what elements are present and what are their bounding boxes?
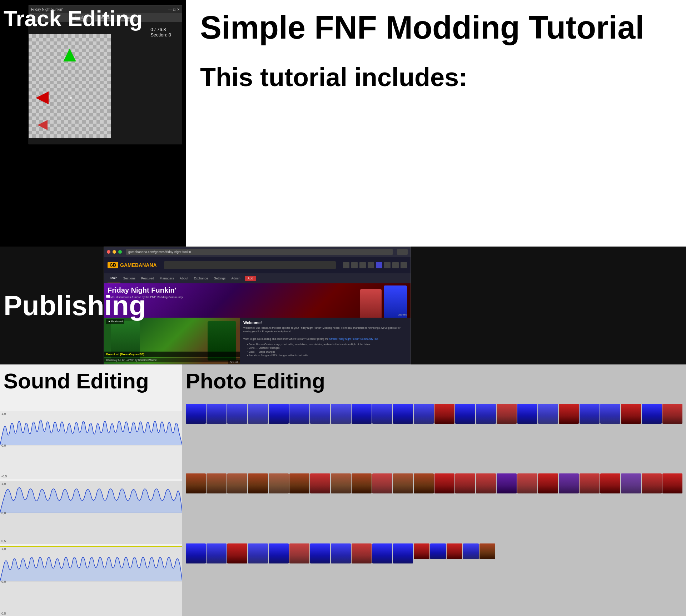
sprite-dk-3	[227, 473, 247, 493]
sprite-red-13	[580, 473, 600, 493]
gb-icon-3[interactable]	[359, 262, 366, 268]
url-text: gamebanana.com/games/friday-night-funkin	[128, 250, 191, 254]
sprite-dk-6	[289, 473, 309, 493]
sprite-bf-6	[289, 404, 309, 424]
minimize-dot[interactable]	[113, 250, 116, 254]
gb-icon-5[interactable]	[376, 262, 382, 268]
photo-editing-panel: Photo Editing	[182, 364, 686, 616]
top-section: Track Editing Friday Night Funkin' — □ ✕…	[0, 0, 686, 247]
gb-bullet-2: • Skins — Character changes	[247, 346, 407, 350]
sprite-dk-10	[414, 473, 434, 493]
gb-nav-add-btn[interactable]: Add	[245, 276, 256, 281]
main-title: Simple FNF Modding Tutorial	[200, 11, 672, 45]
sprite-red-1	[434, 404, 454, 424]
gb-icon-6[interactable]	[384, 262, 391, 268]
gb-see-all-link[interactable]: See all	[228, 360, 240, 364]
gb-header: GB GAMEBANANA	[104, 257, 411, 273]
gb-nav-about[interactable]: About	[177, 273, 191, 283]
sprite-bf-27	[393, 543, 413, 563]
sprite-bf-18	[600, 404, 620, 424]
sprite-bf-13	[455, 404, 475, 424]
track3-label-lo: 0,5	[1, 612, 6, 615]
gb-nav-admin[interactable]: Admin	[228, 273, 243, 283]
track2-label-zero: 0,0	[1, 511, 6, 515]
gb-nav-managers[interactable]: Managers	[157, 273, 177, 283]
gb-bullet-4: • Sounds — Song and SFX changes without …	[247, 354, 407, 358]
url-bar[interactable]: gamebanana.com/games/friday-night-funkin	[126, 249, 393, 255]
gb-icon-1[interactable]	[343, 262, 349, 268]
track2-label-lo: 0,5	[1, 539, 6, 543]
sprite-bf-22	[248, 543, 268, 563]
gb-welcome-title: Welcome!	[243, 321, 407, 325]
sprite-small-5	[479, 543, 495, 559]
window-minimize[interactable]: —	[168, 8, 172, 11]
sprite-bf-2	[207, 404, 227, 424]
sprite-purple-1	[497, 473, 517, 493]
sprite-red-7	[372, 473, 392, 493]
publishing-label: Publishing	[4, 292, 146, 319]
waveform-1-svg	[0, 411, 182, 479]
sprite-red-4	[621, 404, 641, 424]
gb-featured-section: ★ Featured DoomLad [DoomGuy as BF] DoomG…	[104, 318, 240, 364]
gb-icon-7[interactable]	[392, 262, 399, 268]
sprite-bf-24	[310, 543, 330, 563]
sprite-dk-5	[269, 473, 289, 493]
close-dot[interactable]	[107, 250, 110, 254]
sprite-small-4	[463, 543, 479, 559]
waveform-2-svg	[0, 481, 182, 544]
track-editing-label: Track Editing	[4, 6, 143, 31]
gb-nav-featured[interactable]: Featured	[138, 273, 157, 283]
cursor-indicator	[70, 97, 72, 99]
sprite-small-3	[447, 543, 462, 559]
waveform-track-2: 1,0 0,0 0,5	[0, 481, 182, 543]
gb-hero-characters	[296, 283, 411, 318]
sprite-red-11	[517, 473, 537, 493]
gb-icon-2[interactable]	[351, 262, 358, 268]
sprite-red-6	[310, 473, 330, 493]
gf-character	[360, 289, 382, 318]
sprite-red-16	[662, 473, 682, 493]
sprite-bf-15	[517, 404, 537, 424]
sprite-dk-1	[186, 473, 206, 493]
waveform-container: 1,0 0,0 -0,5 1,0 0,0 0,5	[0, 364, 182, 616]
sprite-bf-11	[393, 404, 413, 424]
sprite-red-10	[476, 473, 496, 493]
maximize-dot[interactable]	[118, 250, 122, 254]
sprite-bf-26	[372, 543, 392, 563]
gb-community-hub-link[interactable]: Official Friday Night Funkin' Community …	[329, 338, 378, 340]
sound-editing-label: Sound Editing	[4, 369, 149, 393]
sprite-dk-2	[207, 473, 227, 493]
track3-label-zero: 0,0	[1, 580, 6, 583]
sprite-red-8	[434, 473, 454, 493]
sprite-bf-3	[227, 404, 247, 424]
window-close[interactable]: ✕	[177, 8, 180, 11]
track-canvas	[29, 34, 111, 138]
track1-label-hi: 1,0	[1, 412, 6, 416]
gb-bullet-list: • Game files — Custom songs, chart edits…	[243, 343, 407, 358]
sprite-bf-20	[186, 543, 206, 563]
gb-hero-banner: Friday Night Funkin' Mods, discussions &…	[104, 283, 411, 318]
gb-search-bar[interactable]	[164, 261, 336, 269]
sprite-bf-19	[642, 404, 662, 424]
sprite-dk-9	[393, 473, 413, 493]
window-maximize[interactable]: □	[173, 8, 175, 11]
track1-label-zero: 0,0	[1, 444, 6, 447]
gb-games-link[interactable]: Games	[398, 313, 407, 316]
sprite-red-15	[642, 473, 662, 493]
gb-nav-sections[interactable]: Sections	[120, 273, 139, 283]
track1-label-lo: -0,5	[1, 475, 7, 478]
gb-nav-settings[interactable]: Settings	[211, 273, 229, 283]
sprite-bf-16	[538, 404, 558, 424]
gb-nav-main[interactable]: Main	[108, 273, 120, 283]
arrow-left-icon	[36, 91, 49, 104]
gb-nav-exchange[interactable]: Exchange	[191, 273, 211, 283]
gb-icon-4[interactable]	[368, 262, 374, 268]
sprite-purple-3	[621, 473, 641, 493]
sprite-bf-7	[310, 404, 330, 424]
track-editing-panel: Track Editing Friday Night Funkin' — □ ✕…	[0, 0, 186, 247]
sprite-bf-10	[372, 404, 392, 424]
browser-menu[interactable]	[397, 249, 408, 255]
gb-icon-8[interactable]	[401, 262, 407, 268]
sprite-bf-17	[580, 404, 600, 424]
gb-logo-text: GAMEBANANA	[120, 262, 157, 268]
